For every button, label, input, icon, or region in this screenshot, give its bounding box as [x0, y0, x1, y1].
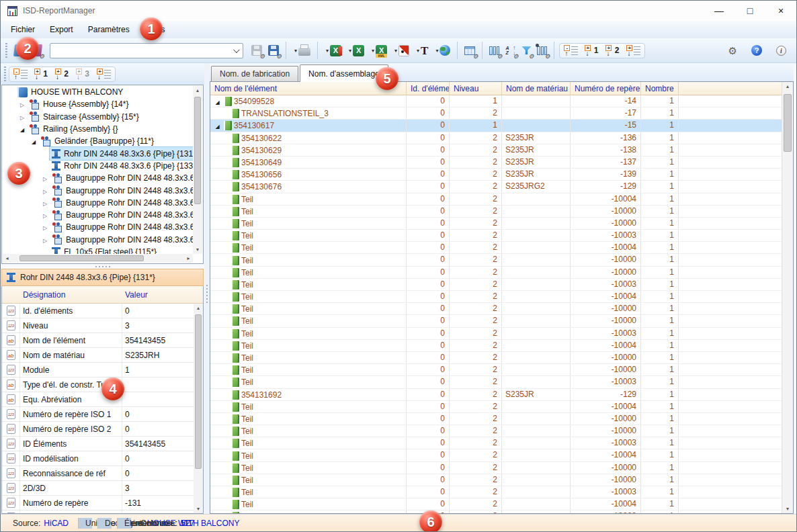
expand-level-1-button[interactable] — [584, 45, 599, 56]
tree-item[interactable]: Baugruppe Rohr DIN 2448 48.3x3.6 { — [2, 197, 193, 209]
expand-level-1-button[interactable] — [34, 69, 49, 80]
scroll-left-icon[interactable] — [3, 254, 11, 263]
property-row[interactable]: ID Éléments 354143455 — [2, 437, 194, 451]
tree-item[interactable]: Railing {Assembly} {} — [2, 123, 193, 135]
property-row[interactable]: Numéro de repère -131 — [2, 496, 194, 511]
expander-icon[interactable] — [213, 97, 222, 106]
toolbar-grip[interactable] — [5, 43, 7, 58]
property-row[interactable]: Id. d'éléments 0 — [2, 304, 194, 318]
expand-level-2-button[interactable] — [54, 69, 70, 80]
export-text-button[interactable]: T — [413, 40, 430, 60]
export-excel-template-button[interactable] — [323, 40, 343, 60]
tree-item[interactable]: House {Assembly} {14*} — [2, 98, 193, 110]
table-row[interactable]: Teil 0 2 -10000 1 — [210, 413, 782, 425]
info-button[interactable] — [774, 40, 788, 60]
menu-item[interactable]: Export — [42, 22, 81, 37]
table-row[interactable]: 354130617 0 1 -15 1 — [210, 120, 782, 132]
table-row[interactable]: Teil 0 2 -10004 1 — [210, 340, 782, 352]
scroll-up-icon[interactable] — [782, 82, 793, 91]
horizontal-splitter[interactable] — [1, 264, 204, 269]
column-header[interactable]: Numéro de repère — [571, 82, 641, 95]
maximize-button[interactable]: □ — [735, 1, 765, 21]
export-excel-xml-button[interactable] — [368, 40, 389, 60]
scroll-up-icon[interactable] — [193, 86, 202, 95]
column-header[interactable]: Nombre — [641, 82, 679, 95]
expander-icon[interactable] — [17, 112, 27, 122]
table-vertical-scrollbar[interactable] — [782, 82, 793, 513]
expander-icon[interactable] — [17, 124, 27, 134]
table-row[interactable]: Teil 0 2 -10004 1 — [210, 498, 782, 511]
table-row[interactable]: Teil 0 2 -10003 1 — [210, 279, 782, 291]
tree-item[interactable]: Baugruppe Rohr DIN 2448 48.3x3.6 { — [2, 234, 193, 246]
property-row[interactable]: Numéro de repère ISO 1 0 — [2, 407, 194, 422]
toolbar-grip[interactable] — [4, 66, 6, 81]
table-row[interactable]: Teil 0 2 -10000 1 — [210, 206, 782, 218]
table-row[interactable]: 354130676 0 2 S235JRG2 -129 1 — [210, 181, 782, 193]
table-row[interactable]: Teil 0 2 -10000 1 — [210, 474, 782, 486]
table-row[interactable]: 354130629 0 2 S235JR -138 1 — [210, 144, 782, 157]
tree-item[interactable]: Geländer {Baugruppe} {11*} — [2, 135, 193, 147]
table-row[interactable]: Teil 0 2 -10004 1 — [210, 401, 782, 413]
export-pdf-button[interactable] — [391, 40, 411, 60]
property-row[interactable]: Numéro de repère ISO 2 0 — [2, 422, 194, 437]
tree-item[interactable]: Rohr DIN 2448 48.3x3.6 {Pipe} {133*} — [2, 160, 193, 172]
property-row[interactable]: Nom de l'élément 354143455 — [2, 333, 194, 348]
menu-item[interactable]: Fichier — [3, 22, 42, 37]
expander-icon[interactable] — [213, 121, 222, 130]
table-row[interactable]: Teil 0 2 -10003 1 — [210, 230, 782, 242]
designation-column-header[interactable]: Désignation — [20, 290, 122, 300]
vertical-splitter[interactable] — [204, 63, 210, 514]
table-row[interactable]: Teil 0 2 -10003 1 — [210, 328, 782, 340]
help-button[interactable] — [749, 40, 764, 60]
expander-icon[interactable] — [40, 210, 50, 220]
tree-vertical-scrollbar[interactable] — [193, 86, 202, 254]
table-row[interactable]: Teil 0 2 -10003 1 — [210, 486, 782, 498]
scroll-right-icon[interactable] — [184, 254, 193, 263]
table-row[interactable]: 354130622 0 2 S235JR -136 1 — [210, 132, 782, 144]
expand-all-button[interactable] — [626, 45, 641, 56]
properties-scrollbar[interactable] — [194, 304, 203, 513]
expander-icon[interactable] — [17, 99, 27, 109]
tree-item[interactable]: Baugruppe Rohr DIN 2448 48.3x3.6 { — [2, 209, 193, 221]
table-row[interactable]: Teil 0 2 -10000 1 — [210, 218, 782, 230]
table-row[interactable]: Teil 0 2 -10000 1 — [210, 462, 782, 474]
table-row[interactable]: Teil 0 2 -10000 1 — [210, 425, 782, 437]
scroll-up-icon[interactable] — [194, 304, 203, 312]
report-selector-combobox[interactable] — [50, 43, 243, 58]
export-html-button[interactable] — [432, 40, 452, 60]
expand-all-button[interactable] — [96, 69, 112, 80]
table-row[interactable]: Teil 0 2 -10003 1 — [210, 376, 782, 388]
menu-item[interactable]: Paramètres — [81, 22, 137, 37]
scrollbar-thumb[interactable] — [784, 94, 792, 152]
sort-settings-button[interactable] — [503, 40, 517, 60]
property-row[interactable]: Reconnaissance de réf 0 — [2, 466, 194, 481]
table-row[interactable]: 354131692 0 2 S235JR -129 1 — [210, 389, 782, 401]
valeur-column-header[interactable]: Valeur — [122, 290, 203, 300]
expander-icon[interactable] — [40, 198, 50, 208]
settings-button[interactable] — [726, 40, 739, 60]
tree-item[interactable]: Baugruppe Rohr DIN 2448 48.3x3.6 { — [2, 221, 193, 233]
user-columns-button[interactable] — [535, 40, 549, 60]
collapse-all-button[interactable] — [13, 69, 28, 80]
table-row[interactable]: Teil 0 2 -10003 1 — [210, 437, 782, 449]
tab[interactable]: Nom. d'assemblage — [300, 64, 388, 82]
table-row[interactable]: 354099528 0 1 -14 1 — [210, 95, 782, 107]
table-row[interactable]: 354130656 0 2 S235JR -139 1 — [210, 169, 782, 181]
property-row[interactable]: Type d'él. de constr. Tuy — [2, 378, 194, 392]
expander-icon[interactable] — [29, 136, 38, 146]
save-as-button[interactable] — [266, 40, 281, 60]
property-row[interactable]: ID modélisation 0 — [2, 451, 194, 466]
table-row[interactable]: Teil 0 2 -10004 1 — [210, 242, 782, 254]
scrollbar-thumb[interactable] — [194, 97, 201, 204]
tree-item[interactable]: Rohr DIN 2448 48.3x3.6 {Pipe} {131*} — [2, 147, 193, 159]
property-row[interactable]: Nom de matériau S235JRH — [2, 348, 194, 363]
property-row[interactable]: Niveau 3 — [2, 318, 194, 333]
column-header[interactable]: Id. d'éléments — [407, 82, 450, 95]
table-row[interactable]: Teil 0 2 -10000 1 — [210, 352, 782, 364]
tree-item[interactable]: Baugruppe Rohr DIN 2448 48.3x3.6 { — [2, 184, 193, 196]
table-row[interactable]: Teil 0 2 -10000 1 — [210, 267, 782, 279]
column-header[interactable]: Niveau — [450, 82, 502, 95]
table-row[interactable]: TRANSLATIONSTEIL_3 0 2 -17 1 — [210, 107, 782, 120]
expander-icon[interactable] — [40, 186, 50, 195]
filter-button[interactable] — [519, 40, 533, 60]
